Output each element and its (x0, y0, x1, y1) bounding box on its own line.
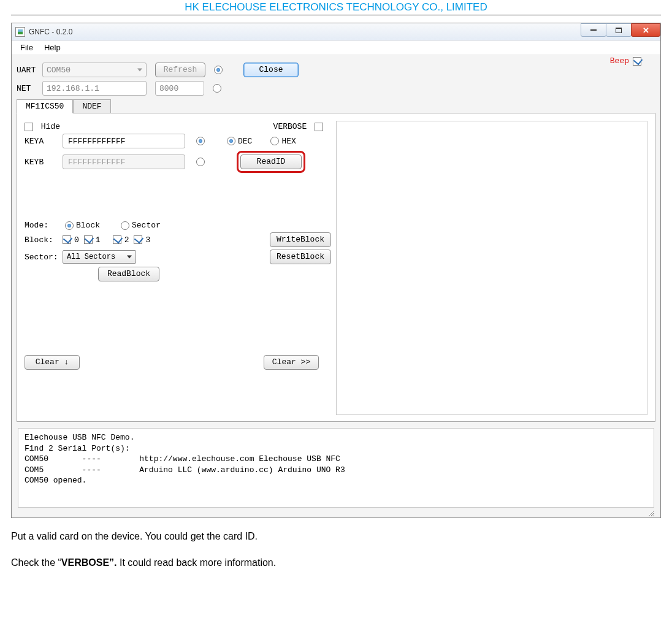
hex-radio[interactable] (270, 137, 279, 145)
writeblock-button[interactable]: WriteBlock (270, 232, 331, 247)
block1-checkbox[interactable] (84, 235, 93, 244)
net-radio[interactable] (213, 84, 221, 93)
clear-right-button[interactable]: Clear >> (264, 355, 319, 370)
uart-label: UART (17, 66, 42, 75)
mode-label: Mode: (25, 221, 63, 230)
output-panel (336, 121, 647, 415)
close-button[interactable]: Close (243, 63, 299, 77)
window-title: GNFC - 0.2.0 (29, 28, 72, 36)
readid-highlight: ReadID (237, 151, 305, 173)
readblock-button[interactable]: ReadBlock (98, 267, 159, 281)
uart-port-select[interactable]: COM50 (42, 63, 147, 77)
resetblock-button[interactable]: ResetBlock (270, 250, 331, 264)
mode-sector-radio[interactable] (121, 221, 129, 230)
net-label: NET (17, 84, 42, 93)
uart-radio[interactable] (214, 66, 223, 74)
doc-paragraph-2: Check the “VERBOSE”. It could read back … (11, 554, 661, 571)
mode-block-radio[interactable] (65, 221, 74, 230)
mode-sector-label: Sector (132, 221, 161, 230)
hide-checkbox[interactable] (25, 123, 33, 131)
sector-select[interactable]: All Sectors (63, 250, 136, 264)
verbose-label: VERBOSE (273, 122, 307, 131)
minimize-button[interactable] (581, 23, 606, 37)
tab-content: Hide VERBOSE KEYA FFFFFFFFFFFF DEC (17, 113, 655, 422)
keyb-input[interactable]: FFFFFFFFFFFF (63, 155, 185, 169)
app-icon (15, 27, 25, 37)
dec-radio[interactable] (227, 137, 235, 145)
keya-label: KEYA (25, 137, 63, 146)
readid-button[interactable]: ReadID (240, 155, 302, 169)
caret-down-icon (127, 256, 132, 259)
hide-label: Hide (41, 122, 60, 131)
beep-option: Beep (610, 56, 644, 66)
resize-grip[interactable] (17, 509, 655, 517)
doc-paragraph-1: Put a valid card on the device. You coul… (11, 528, 661, 544)
window-close-button[interactable]: ✕ (631, 23, 660, 37)
clear-down-button[interactable]: Clear ↓ (25, 355, 80, 370)
document-body: Put a valid card on the device. You coul… (11, 528, 661, 571)
keya-input[interactable]: FFFFFFFFFFFF (63, 134, 185, 148)
beep-checkbox[interactable] (633, 57, 641, 66)
keyb-label: KEYB (25, 158, 63, 167)
refresh-button[interactable]: Refresh (155, 63, 205, 77)
maximize-button[interactable] (606, 23, 632, 37)
keya-radio[interactable] (196, 137, 205, 145)
net-port-input[interactable]: 8000 (155, 81, 204, 96)
log-output: Elechouse USB NFC Demo. Find 2 Serial Po… (18, 428, 654, 508)
block0-checkbox[interactable] (63, 235, 71, 244)
document-header: HK ELECHOUSE ELECTRONICS TECHNOLOGY CO.,… (11, 0, 661, 15)
sector-label: Sector: (25, 253, 63, 262)
block2-checkbox[interactable] (113, 235, 121, 244)
block-label: Block: (25, 235, 63, 245)
titlebar: GNFC - 0.2.0 ✕ (12, 23, 660, 40)
block3-checkbox[interactable] (134, 235, 142, 244)
mode-block-label: Block (76, 221, 100, 230)
net-ip-input[interactable]: 192.168.1.1 (42, 81, 147, 96)
tabstrip: MF1ICS50 NDEF (17, 99, 655, 113)
verbose-checkbox[interactable] (315, 123, 323, 131)
caret-down-icon (137, 69, 142, 72)
tab-mf1ics50[interactable]: MF1ICS50 (17, 99, 73, 113)
gnfc-window: GNFC - 0.2.0 ✕ File Help UART COM50 Refr… (11, 23, 661, 518)
menu-file[interactable]: File (20, 43, 33, 52)
menubar: File Help (12, 40, 660, 55)
dec-label: DEC (238, 137, 252, 146)
tab-ndef[interactable]: NDEF (73, 99, 110, 113)
client-area: UART COM50 Refresh Close Beep NET 192.16… (12, 55, 660, 517)
hex-label: HEX (281, 137, 296, 146)
keyb-radio[interactable] (196, 158, 205, 166)
menu-help[interactable]: Help (44, 43, 61, 52)
